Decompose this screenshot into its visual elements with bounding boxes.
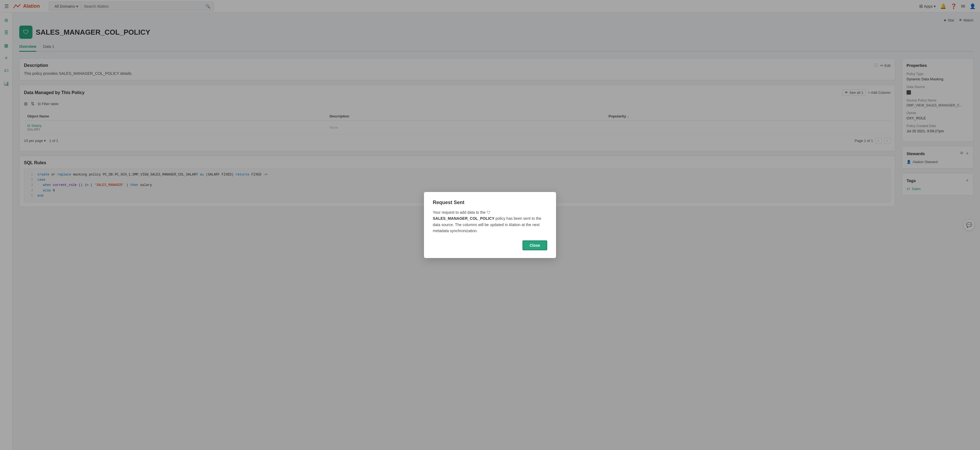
modal-policy-name: SALES_MANAGER_COL_POLICY xyxy=(433,216,495,221)
modal-overlay[interactable]: Request Sent Your request to add data to… xyxy=(0,0,980,450)
modal-body-prefix: Your request to add data to the xyxy=(433,210,485,215)
modal-dialog: Request Sent Your request to add data to… xyxy=(424,192,556,258)
modal-body: Your request to add data to the 🛡 SALES_… xyxy=(433,209,547,234)
modal-policy-icon: 🛡 xyxy=(487,210,490,215)
close-button[interactable]: Close xyxy=(522,240,547,250)
modal-footer: Close xyxy=(433,240,547,250)
modal-title: Request Sent xyxy=(433,200,547,205)
